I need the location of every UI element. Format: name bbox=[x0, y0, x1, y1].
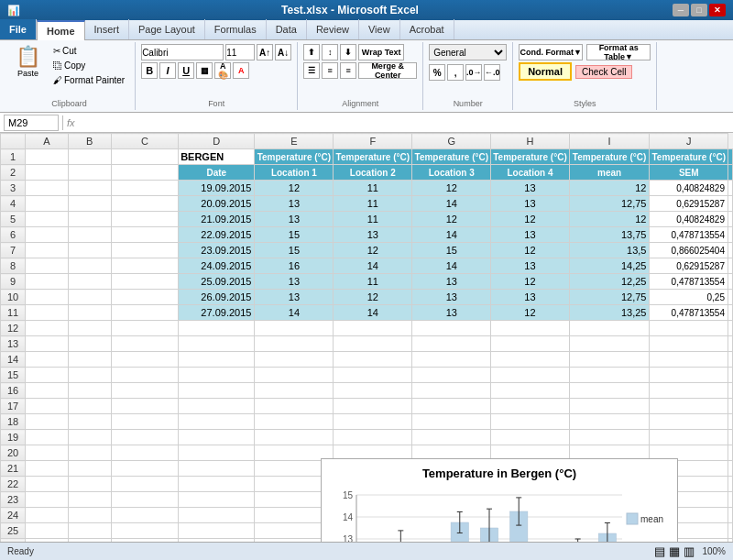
cell-4-2[interactable] bbox=[111, 196, 179, 212]
col-header-i[interactable]: I bbox=[569, 134, 650, 149]
cell-8-0[interactable] bbox=[26, 258, 69, 274]
cell-14-4[interactable] bbox=[255, 352, 334, 368]
cell-13-9[interactable] bbox=[650, 336, 728, 352]
cell-11-5[interactable]: 14 bbox=[334, 305, 412, 321]
cell-7-0[interactable] bbox=[26, 243, 69, 258]
font-color-button[interactable]: A bbox=[233, 62, 249, 79]
cell-20-2[interactable] bbox=[111, 445, 179, 461]
cell-6-0[interactable] bbox=[26, 227, 69, 243]
cell-12-6[interactable] bbox=[412, 321, 491, 336]
cell-16-3[interactable] bbox=[179, 383, 255, 399]
row-header-18[interactable]: 18 bbox=[1, 414, 26, 430]
cell-9-5[interactable]: 11 bbox=[334, 274, 412, 290]
cell-2-2[interactable] bbox=[111, 165, 179, 181]
grow-font-button[interactable]: A↑ bbox=[257, 44, 273, 60]
cell-19-9[interactable] bbox=[650, 430, 728, 445]
cell-14-2[interactable] bbox=[111, 352, 179, 368]
cell-11-4[interactable]: 14 bbox=[255, 305, 334, 321]
cell-17-3[interactable] bbox=[179, 399, 255, 414]
cell-4-7[interactable]: 13 bbox=[491, 196, 570, 212]
cell-2-7[interactable]: Location 4 bbox=[491, 165, 570, 181]
cell-4-4[interactable]: 13 bbox=[255, 196, 334, 212]
tab-data[interactable]: Data bbox=[267, 19, 307, 39]
align-left-button[interactable]: ☰ bbox=[303, 62, 320, 79]
cell-12-5[interactable] bbox=[334, 321, 412, 336]
cell-16-9[interactable] bbox=[650, 383, 728, 399]
col-header-e[interactable]: E bbox=[255, 134, 334, 149]
cell-16-5[interactable] bbox=[334, 383, 412, 399]
cell-3-6[interactable]: 12 bbox=[412, 181, 491, 196]
cell-20-0[interactable] bbox=[26, 445, 69, 461]
cell-15-8[interactable] bbox=[569, 368, 650, 383]
cell-18-6[interactable] bbox=[412, 414, 491, 430]
cell-12-0[interactable] bbox=[26, 321, 69, 336]
cell-19-0[interactable] bbox=[26, 430, 69, 445]
cell-12-8[interactable] bbox=[569, 321, 650, 336]
cell-13-10[interactable] bbox=[728, 336, 733, 352]
row-header-7[interactable]: 7 bbox=[1, 243, 26, 258]
cell-15-4[interactable] bbox=[255, 368, 334, 383]
cell-1-8[interactable]: Temperature (°C) bbox=[569, 149, 650, 165]
col-header-h[interactable]: H bbox=[491, 134, 570, 149]
cell-7-1[interactable] bbox=[68, 243, 111, 258]
cell-10-0[interactable] bbox=[26, 290, 69, 305]
cell-22-2[interactable] bbox=[111, 477, 179, 492]
cell-5-1[interactable] bbox=[68, 212, 111, 227]
decrease-decimal-button[interactable]: ←.0 bbox=[484, 64, 500, 81]
cell-19-2[interactable] bbox=[111, 430, 179, 445]
cell-2-10[interactable] bbox=[728, 165, 733, 181]
cell-1-1[interactable] bbox=[68, 149, 111, 165]
cell-8-4[interactable]: 16 bbox=[255, 258, 334, 274]
cell-18-10[interactable] bbox=[728, 414, 733, 430]
col-header-a[interactable]: A bbox=[26, 134, 69, 149]
cell-16-10[interactable] bbox=[728, 383, 733, 399]
cell-12-4[interactable] bbox=[255, 321, 334, 336]
cell-22-10[interactable] bbox=[728, 477, 733, 492]
cell-18-8[interactable] bbox=[569, 414, 650, 430]
cell-2-5[interactable]: Location 2 bbox=[334, 165, 412, 181]
cell-6-2[interactable] bbox=[111, 227, 179, 243]
cell-7-9[interactable]: 0,866025404 bbox=[650, 243, 728, 258]
cell-21-10[interactable] bbox=[728, 461, 733, 477]
cell-5-10[interactable] bbox=[728, 212, 733, 227]
row-header-22[interactable]: 22 bbox=[1, 477, 26, 492]
wrap-text-button[interactable]: Wrap Text bbox=[358, 44, 404, 60]
cell-10-7[interactable]: 13 bbox=[491, 290, 570, 305]
cell-25-2[interactable] bbox=[111, 523, 179, 539]
cell-4-1[interactable] bbox=[68, 196, 111, 212]
cell-23-10[interactable] bbox=[728, 492, 733, 508]
row-header-25[interactable]: 25 bbox=[1, 523, 26, 539]
cell-10-4[interactable]: 13 bbox=[255, 290, 334, 305]
cell-23-1[interactable] bbox=[68, 492, 111, 508]
format-painter-button[interactable]: 🖌 Format Painter bbox=[49, 73, 129, 87]
cell-11-9[interactable]: 0,478713554 bbox=[650, 305, 728, 321]
cell-14-9[interactable] bbox=[650, 352, 728, 368]
cell-19-10[interactable] bbox=[728, 430, 733, 445]
cell-15-2[interactable] bbox=[111, 368, 179, 383]
cell-10-8[interactable]: 12,75 bbox=[569, 290, 650, 305]
cell-25-0[interactable] bbox=[26, 523, 69, 539]
cell-9-6[interactable]: 13 bbox=[412, 274, 491, 290]
row-header-4[interactable]: 4 bbox=[1, 196, 26, 212]
cell-21-3[interactable] bbox=[179, 461, 255, 477]
cell-18-5[interactable] bbox=[334, 414, 412, 430]
minimize-button[interactable]: ─ bbox=[673, 4, 689, 16]
cell-23-2[interactable] bbox=[111, 492, 179, 508]
cell-13-3[interactable] bbox=[179, 336, 255, 352]
row-header-21[interactable]: 21 bbox=[1, 461, 26, 477]
cell-3-9[interactable]: 0,40824829 bbox=[650, 181, 728, 196]
tab-page-layout[interactable]: Page Layout bbox=[129, 19, 205, 39]
cell-15-5[interactable] bbox=[334, 368, 412, 383]
cell-13-7[interactable] bbox=[491, 336, 570, 352]
cell-19-1[interactable] bbox=[68, 430, 111, 445]
cell-5-4[interactable]: 13 bbox=[255, 212, 334, 227]
cell-7-2[interactable] bbox=[111, 243, 179, 258]
align-center-button[interactable]: ≡ bbox=[322, 62, 338, 79]
conditional-formatting-button[interactable]: Cond. Format▼ bbox=[519, 44, 583, 60]
cell-11-3[interactable]: 27.09.2015 bbox=[179, 305, 255, 321]
cell-21-0[interactable] bbox=[26, 461, 69, 477]
tab-file[interactable]: File bbox=[0, 19, 37, 39]
formula-input[interactable] bbox=[79, 117, 729, 128]
row-header-23[interactable]: 23 bbox=[1, 492, 26, 508]
increase-decimal-button[interactable]: .0→ bbox=[465, 64, 482, 81]
